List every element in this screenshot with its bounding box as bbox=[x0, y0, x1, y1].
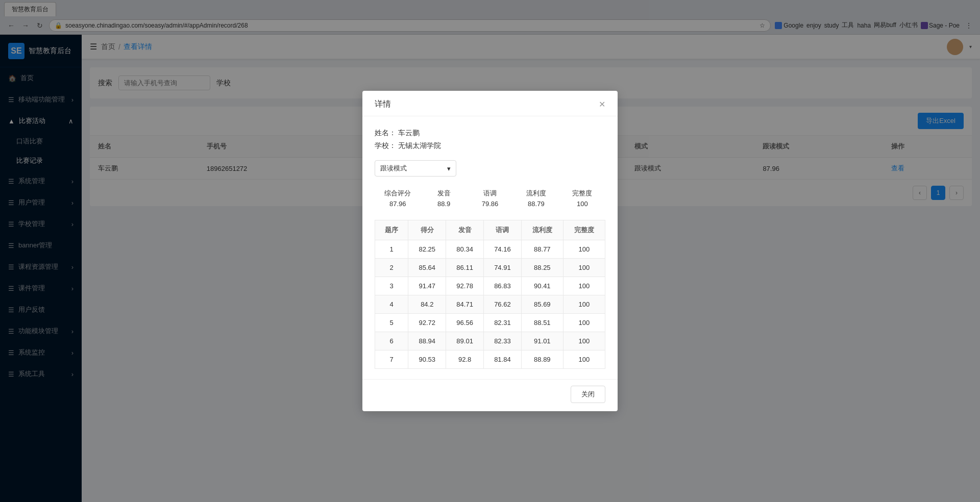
scores-summary: 综合评分 87.96 发音 88.9 语调 79.86 流利度 88.79 完整… bbox=[375, 185, 605, 212]
detail-table-row: 391.4792.7886.8390.41100 bbox=[375, 277, 605, 295]
name-value: 车云鹏 bbox=[398, 129, 420, 137]
detail-cell-completeness: 100 bbox=[563, 259, 605, 277]
overall-header: 综合评分 bbox=[375, 189, 421, 198]
detail-col-tone: 语调 bbox=[484, 220, 522, 240]
detail-cell-completeness: 100 bbox=[563, 332, 605, 350]
person-name-row: 姓名： 车云鹏 bbox=[375, 127, 605, 139]
fluency-header: 流利度 bbox=[513, 189, 559, 198]
dialog-body: 姓名： 车云鹏 学校： 无锡太湖学院 跟读模式 ▾ 综合评分 87.96 bbox=[362, 116, 618, 379]
detail-col-completeness: 完整度 bbox=[563, 220, 605, 240]
detail-cell-score: 90.53 bbox=[408, 350, 446, 369]
dialog-overlay: 详情 ✕ 姓名： 车云鹏 学校： 无锡太湖学院 跟读模式 ▾ bbox=[0, 0, 980, 502]
detail-cell-fluency: 88.25 bbox=[521, 259, 563, 277]
detail-cell-tone: 74.91 bbox=[484, 259, 522, 277]
detail-cell-fluency: 88.51 bbox=[521, 314, 563, 332]
completeness-header: 完整度 bbox=[559, 189, 605, 198]
score-col-pronunciation: 发音 88.9 bbox=[421, 189, 467, 208]
detail-cell-pronunciation: 84.71 bbox=[446, 295, 484, 314]
detail-cell-seq: 3 bbox=[375, 277, 408, 295]
mode-select[interactable]: 跟读模式 ▾ bbox=[375, 160, 456, 177]
detail-cell-score: 88.94 bbox=[408, 332, 446, 350]
overall-value: 87.96 bbox=[375, 200, 421, 208]
detail-cell-score: 92.72 bbox=[408, 314, 446, 332]
detail-cell-seq: 7 bbox=[375, 350, 408, 369]
detail-cell-pronunciation: 92.78 bbox=[446, 277, 484, 295]
detail-cell-seq: 6 bbox=[375, 332, 408, 350]
detail-table-row: 285.6486.1174.9188.25100 bbox=[375, 259, 605, 277]
detail-dialog: 详情 ✕ 姓名： 车云鹏 学校： 无锡太湖学院 跟读模式 ▾ bbox=[362, 91, 618, 411]
detail-cell-fluency: 88.77 bbox=[521, 240, 563, 259]
detail-table-row: 790.5392.881.8488.89100 bbox=[375, 350, 605, 369]
dialog-footer: 关闭 bbox=[362, 379, 618, 411]
detail-cell-fluency: 90.41 bbox=[521, 277, 563, 295]
detail-cell-fluency: 88.89 bbox=[521, 350, 563, 369]
detail-table: 题序 得分 发音 语调 流利度 完整度 182.2580.3474.1688.7… bbox=[375, 220, 605, 369]
detail-cell-seq: 1 bbox=[375, 240, 408, 259]
detail-cell-pronunciation: 80.34 bbox=[446, 240, 484, 259]
dialog-info: 姓名： 车云鹏 学校： 无锡太湖学院 bbox=[375, 127, 605, 152]
detail-cell-seq: 5 bbox=[375, 314, 408, 332]
detail-cell-pronunciation: 92.8 bbox=[446, 350, 484, 369]
completeness-value: 100 bbox=[559, 200, 605, 208]
name-label: 姓名： bbox=[375, 129, 396, 137]
school-value: 无锡太湖学院 bbox=[398, 141, 441, 149]
detail-col-fluency: 流利度 bbox=[521, 220, 563, 240]
detail-table-row: 592.7296.5682.3188.51100 bbox=[375, 314, 605, 332]
score-col-overall: 综合评分 87.96 bbox=[375, 189, 421, 208]
dialog-title: 详情 bbox=[375, 99, 391, 110]
detail-col-pronunciation: 发音 bbox=[446, 220, 484, 240]
school-label: 学校： bbox=[375, 141, 396, 149]
detail-cell-seq: 4 bbox=[375, 295, 408, 314]
detail-col-score: 得分 bbox=[408, 220, 446, 240]
pronunciation-value: 88.9 bbox=[421, 200, 467, 208]
person-school-row: 学校： 无锡太湖学院 bbox=[375, 139, 605, 152]
score-col-completeness: 完整度 100 bbox=[559, 189, 605, 208]
detail-cell-pronunciation: 96.56 bbox=[446, 314, 484, 332]
detail-cell-tone: 82.31 bbox=[484, 314, 522, 332]
dialog-close-button[interactable]: ✕ bbox=[599, 99, 605, 109]
detail-table-row: 484.284.7176.6285.69100 bbox=[375, 295, 605, 314]
detail-cell-completeness: 100 bbox=[563, 295, 605, 314]
close-dialog-button[interactable]: 关闭 bbox=[571, 386, 605, 403]
detail-cell-completeness: 100 bbox=[563, 277, 605, 295]
pronunciation-header: 发音 bbox=[421, 189, 467, 198]
detail-cell-pronunciation: 86.11 bbox=[446, 259, 484, 277]
detail-cell-tone: 86.83 bbox=[484, 277, 522, 295]
score-col-fluency: 流利度 88.79 bbox=[513, 189, 559, 208]
detail-cell-tone: 82.33 bbox=[484, 332, 522, 350]
detail-table-row: 182.2580.3474.1688.77100 bbox=[375, 240, 605, 259]
mode-select-value: 跟读模式 bbox=[380, 164, 407, 173]
detail-cell-score: 85.64 bbox=[408, 259, 446, 277]
dialog-header: 详情 ✕ bbox=[362, 91, 618, 116]
fluency-value: 88.79 bbox=[513, 200, 559, 208]
detail-cell-tone: 74.16 bbox=[484, 240, 522, 259]
detail-cell-score: 84.2 bbox=[408, 295, 446, 314]
detail-cell-completeness: 100 bbox=[563, 314, 605, 332]
detail-table-row: 688.9489.0182.3391.01100 bbox=[375, 332, 605, 350]
tone-value: 79.86 bbox=[467, 200, 513, 208]
detail-cell-fluency: 91.01 bbox=[521, 332, 563, 350]
tone-header: 语调 bbox=[467, 189, 513, 198]
detail-cell-completeness: 100 bbox=[563, 350, 605, 369]
chevron-down-icon-select: ▾ bbox=[447, 165, 451, 172]
detail-cell-tone: 76.62 bbox=[484, 295, 522, 314]
detail-cell-tone: 81.84 bbox=[484, 350, 522, 369]
detail-cell-seq: 2 bbox=[375, 259, 408, 277]
detail-cell-pronunciation: 89.01 bbox=[446, 332, 484, 350]
detail-cell-completeness: 100 bbox=[563, 240, 605, 259]
detail-col-seq: 题序 bbox=[375, 220, 408, 240]
detail-cell-fluency: 85.69 bbox=[521, 295, 563, 314]
detail-cell-score: 91.47 bbox=[408, 277, 446, 295]
score-col-tone: 语调 79.86 bbox=[467, 189, 513, 208]
detail-cell-score: 82.25 bbox=[408, 240, 446, 259]
